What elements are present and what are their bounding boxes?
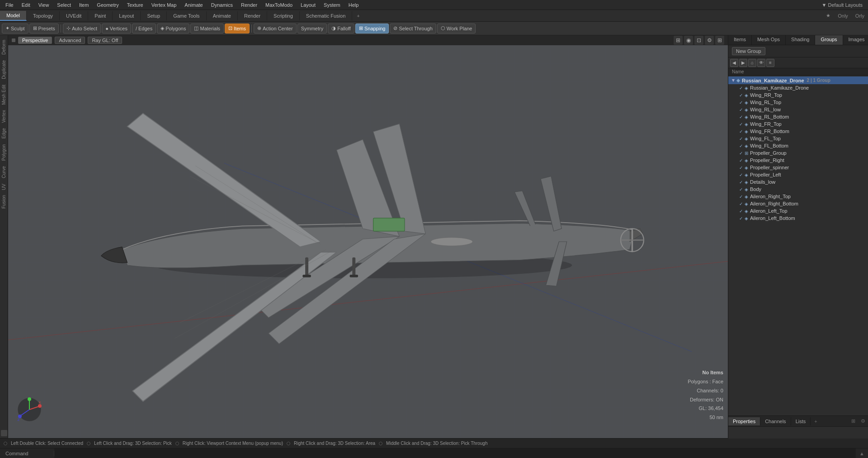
list-item[interactable]: ✓ ◈ Wing_RR_Top (728, 91, 868, 99)
list-item[interactable]: ✓ ◈ Propeller_spinner (728, 164, 868, 171)
menu-animate[interactable]: Animate (181, 1, 206, 9)
tab-layout[interactable]: Layout (113, 11, 141, 20)
snapping-button[interactable]: ⊞ Snapping (355, 24, 389, 33)
tab-topology[interactable]: Topology (27, 11, 60, 20)
right-tab-mesh-ops[interactable]: Mesh Ops (752, 35, 786, 45)
list-item[interactable]: ✓ ◈ Wing_FR_Bottom (728, 128, 868, 135)
menu-help[interactable]: Help (345, 1, 363, 9)
display-options-icon[interactable]: ⚙ (705, 36, 714, 45)
advanced-button[interactable]: Advanced (55, 37, 85, 44)
list-item[interactable]: ✓ ◈ Wing_FR_Top (728, 120, 868, 128)
new-group-button[interactable]: New Group (732, 47, 765, 55)
tab-add[interactable]: + (352, 11, 364, 20)
list-item[interactable]: ✓ ◈ Russian_Kamikaze_Drone (728, 84, 868, 91)
back-icon[interactable]: ◀ (730, 59, 738, 67)
right-tab-items[interactable]: Items (728, 35, 752, 45)
prop-tab-channels[interactable]: Channels (760, 417, 791, 425)
tab-uvedit[interactable]: UVEdit (60, 11, 88, 20)
work-plane-button[interactable]: ⬡ Work Plane (437, 24, 476, 33)
tab-orly[interactable]: Orly (852, 11, 868, 20)
right-tab-shading[interactable]: Shading (786, 35, 815, 45)
tab-game-tools[interactable]: Game Tools (167, 11, 207, 20)
zoom-extents-icon[interactable]: ⊡ (694, 36, 703, 45)
tab-animate[interactable]: Animate (207, 11, 238, 20)
fullscreen-icon[interactable]: ⊞ (715, 36, 724, 45)
list-item[interactable]: ✓ ◈ Wing_RL_low (728, 106, 868, 113)
list-item[interactable]: ✓ ◈ Aileron_Left_Bottom (728, 215, 868, 222)
vertices-button[interactable]: ● Vertices (102, 24, 131, 33)
tab-only[interactable]: Only (834, 11, 852, 20)
prop-tab-add[interactable]: + (811, 417, 821, 425)
auto-select-button[interactable]: ⊹ Auto Select (63, 24, 101, 33)
scene-tree[interactable]: ▾ ◈ Russian_Kamikaze_Drone 2 | 1 Group ✓… (728, 76, 868, 415)
menu-maxtomodo[interactable]: MaxToModo (262, 1, 296, 9)
sidebar-item-deform[interactable]: Deform (0, 38, 7, 57)
polygons-button[interactable]: ◈ Polygons (157, 24, 189, 33)
falloff-button[interactable]: ◑ Falloff (328, 24, 354, 33)
menu-texture[interactable]: Texture (123, 1, 147, 9)
sidebar-item-curve[interactable]: Curve (0, 164, 7, 180)
tab-model[interactable]: Model (0, 11, 27, 21)
menu-dynamics[interactable]: Dynamics (208, 1, 236, 9)
prop-settings-icon[interactable]: ⚙ (858, 417, 868, 425)
menu-select[interactable]: Select (53, 1, 75, 9)
command-chevron-icon[interactable]: ▲ (856, 451, 868, 456)
sidebar-item-polygon[interactable]: Polygon (0, 143, 7, 162)
tab-setup[interactable]: Setup (141, 11, 167, 20)
tree-root[interactable]: ▾ ◈ Russian_Kamikaze_Drone 2 | 1 Group (728, 76, 868, 84)
list-item[interactable]: ✓ ◈ Aileron_Right_Bottom (728, 200, 868, 207)
list-item[interactable]: ✓ ◈ Wing_FL_Top (728, 135, 868, 142)
sidebar-item-duplicate[interactable]: Duplicate (0, 58, 7, 81)
menu-vertex-map[interactable]: Vertex Map (148, 1, 180, 9)
menu-item[interactable]: Item (75, 1, 92, 9)
list-item[interactable]: ✓ ⊞ Propeller_Group (728, 149, 868, 157)
prop-tab-properties[interactable]: Properties (728, 417, 760, 425)
sidebar-item-mesh-edit[interactable]: Mesh Edit (0, 83, 7, 106)
list-item[interactable]: ✓ ◈ Propeller_Left (728, 171, 868, 178)
select-through-button[interactable]: ⊘ Select Through (390, 24, 436, 33)
menu-render[interactable]: Render (237, 1, 261, 9)
list-item[interactable]: ✓ ◈ Wing_FL_Bottom (728, 142, 868, 149)
camera-settings-icon[interactable]: ⊞ (674, 36, 683, 45)
tab-schematic[interactable]: Schematic Fusion (300, 11, 352, 20)
right-tab-images[interactable]: Images (843, 35, 868, 45)
viewport[interactable]: Perspective Advanced Ray GL: Off ⊞ ◉ ⊡ ⚙… (8, 35, 728, 438)
list-item[interactable]: ✓ ◈ Details_low (728, 178, 868, 186)
list-item[interactable]: ✓ ◈ Body (728, 186, 868, 193)
sidebar-item-fusion[interactable]: Fusion (0, 193, 7, 210)
materials-button[interactable]: ◫ Materials (190, 24, 224, 33)
visible-icon[interactable]: 👁 (757, 59, 765, 67)
items-button[interactable]: ⊡ Items (225, 24, 250, 33)
sculpt-button[interactable]: ✦ Sculpt (2, 24, 28, 33)
tab-paint[interactable]: Paint (88, 11, 113, 20)
filter-icon[interactable]: ≡ (766, 59, 774, 67)
viewport-3d[interactable]: X Y Z No Items Polygons : Face Channels:… (8, 45, 728, 438)
perspective-button[interactable]: Perspective (18, 37, 52, 44)
render-view-icon[interactable]: ◉ (684, 36, 693, 45)
list-item[interactable]: ✓ ◈ Wing_RL_Top (728, 99, 868, 106)
menu-edit[interactable]: Edit (18, 1, 34, 9)
tab-star[interactable]: ★ (822, 11, 834, 20)
menu-system[interactable]: System (320, 1, 344, 9)
tab-render[interactable]: Render (238, 11, 267, 20)
home-icon[interactable]: ⌂ (748, 59, 756, 67)
menu-view[interactable]: View (35, 1, 53, 9)
sidebar-item-vertex[interactable]: Vertex (0, 108, 7, 124)
layout-dropdown[interactable]: ▼ Default Layouts (818, 1, 866, 9)
sidebar-item-uv[interactable]: UV (0, 182, 7, 192)
menu-geometry[interactable]: Geometry (93, 1, 122, 9)
prop-tab-lists[interactable]: Lists (791, 417, 811, 425)
symmetry-button[interactable]: Symmetry (297, 24, 327, 33)
forward-icon[interactable]: ▶ (739, 59, 747, 67)
right-tab-groups[interactable]: Groups (815, 35, 843, 45)
presets-button[interactable]: ⊞ Presets (29, 24, 59, 33)
edges-button[interactable]: / Edges (132, 24, 156, 33)
prop-expand-icon[interactable]: ⊞ (849, 417, 858, 425)
tab-scripting[interactable]: Scripting (267, 11, 300, 20)
sidebar-bottom-icon[interactable] (1, 430, 7, 436)
action-center-button[interactable]: ⊕ Action Center (254, 24, 297, 33)
expand-handle[interactable] (12, 38, 15, 42)
raygl-button[interactable]: Ray GL: Off (88, 37, 122, 44)
menu-file[interactable]: File (2, 1, 17, 9)
menu-layout[interactable]: Layout (297, 1, 319, 9)
